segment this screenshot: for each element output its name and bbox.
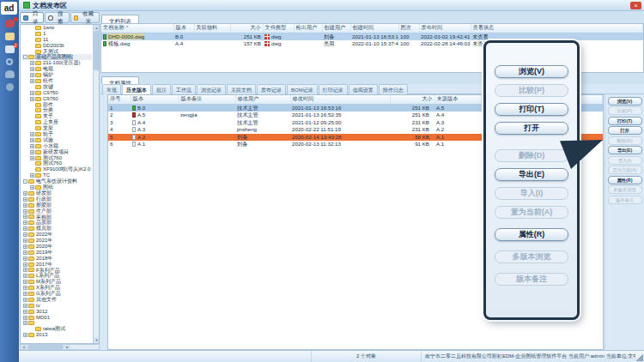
version-action-button[interactable]: 属性(R) bbox=[608, 176, 642, 184]
doc-column-header[interactable]: 版本 bbox=[173, 24, 194, 33]
expand-toggle-icon[interactable]: + bbox=[23, 244, 27, 249]
property-tab[interactable]: 常规 bbox=[102, 84, 121, 94]
tree-item[interactable]: + 电箱 bbox=[21, 66, 92, 72]
chart-icon[interactable]: 2 bbox=[5, 45, 15, 53]
version-action-button[interactable]: 多版本浏览 bbox=[608, 185, 642, 194]
doc-column-header[interactable]: 关联物料 bbox=[194, 24, 230, 33]
history-column-header[interactable]: 来源版本 bbox=[434, 95, 481, 104]
history-column-header[interactable]: 修改用户 bbox=[235, 95, 290, 104]
tree-item[interactable]: + X系列产品 bbox=[21, 285, 92, 291]
tree-item[interactable]: 上夹座 bbox=[21, 119, 92, 125]
action-menu-button[interactable]: 版本备注 bbox=[495, 273, 568, 286]
tree-item[interactable]: 夹子 bbox=[21, 113, 92, 119]
action-menu-button[interactable]: 置为当前(A) bbox=[495, 206, 568, 219]
expand-toggle-icon[interactable]: + bbox=[23, 214, 27, 219]
tree-item[interactable]: + 2020年 bbox=[21, 244, 92, 250]
doc-column-header[interactable]: 大小 bbox=[230, 24, 263, 33]
sidebar-tab[interactable]: 搜索 bbox=[45, 12, 69, 23]
tree-item[interactable]: + F系列产品 bbox=[21, 268, 92, 274]
doc-column-header[interactable]: 文档名称 ^ bbox=[101, 24, 173, 33]
sidebar-tab[interactable]: 收藏夹 bbox=[70, 12, 100, 23]
doc-column-header[interactable]: 发布时间 bbox=[419, 24, 471, 33]
tree-item[interactable]: + 塑胶部 bbox=[21, 202, 92, 208]
tree-item[interactable]: + 行政部 bbox=[21, 196, 92, 202]
tree-item[interactable]: + 新研发项目 bbox=[21, 149, 92, 155]
tree-item[interactable]: 分类 bbox=[21, 107, 92, 113]
tree-item[interactable]: + TC bbox=[21, 172, 92, 178]
doc-name-cell[interactable]: DHD-0000.dwg bbox=[101, 33, 173, 40]
expand-toggle-icon[interactable]: + bbox=[23, 286, 27, 290]
close-button[interactable]: × bbox=[630, 2, 641, 9]
expand-toggle-icon[interactable]: + bbox=[23, 274, 27, 278]
tree-item[interactable]: + C9750 bbox=[21, 90, 92, 96]
expand-toggle-icon[interactable]: + bbox=[23, 333, 27, 337]
tree-vertical-scrollbar[interactable]: ▲ ▼ bbox=[93, 25, 99, 343]
tree-item[interactable]: + M系列产品 bbox=[21, 279, 92, 285]
tree-item[interactable]: + 测试760 bbox=[21, 155, 92, 161]
version-action-button[interactable]: 删除(D) bbox=[608, 136, 642, 145]
tree-item[interactable]: + 其他文件 bbox=[21, 297, 92, 303]
tree-item[interactable]: + 2017年 bbox=[21, 262, 92, 268]
tree-item[interactable]: XF9100鞍(弯头)K2.0 图纸 bbox=[21, 166, 92, 172]
action-menu-button[interactable]: 导入(I) bbox=[495, 187, 568, 200]
version-action-button[interactable]: 导入(I) bbox=[608, 156, 642, 165]
tree-horizontal-scrollbar[interactable]: ◄ ► bbox=[20, 344, 100, 350]
scroll-right-icon[interactable]: ► bbox=[64, 345, 70, 349]
gear-icon[interactable] bbox=[6, 83, 14, 91]
property-tab[interactable]: 历史版本 bbox=[122, 84, 151, 94]
expand-toggle-icon[interactable]: + bbox=[30, 79, 34, 83]
message-icon[interactable] bbox=[5, 20, 15, 27]
document-row[interactable]: DHD-0000.dwg B.0 251 KB dwg 刘备 2021-01-1… bbox=[101, 33, 643, 40]
expand-toggle-icon[interactable]: + bbox=[30, 144, 34, 148]
expand-toggle-icon[interactable]: + bbox=[23, 280, 27, 284]
action-menu-button[interactable]: 属性(R) bbox=[495, 228, 568, 241]
tree-item[interactable]: + 2018年 bbox=[21, 256, 92, 262]
user-icon[interactable] bbox=[5, 70, 15, 78]
tree-item[interactable]: + 试验 bbox=[21, 137, 92, 143]
tree-item[interactable]: + tv bbox=[21, 303, 92, 309]
tree-item[interactable]: + 2013 bbox=[21, 332, 92, 338]
history-column-header[interactable]: 大小 bbox=[390, 95, 434, 104]
tree-item[interactable]: + 生产部 bbox=[21, 208, 92, 214]
tree-item[interactable]: + MD01 bbox=[21, 315, 92, 321]
expand-toggle-icon[interactable]: + bbox=[30, 138, 34, 142]
tree-item[interactable]: 支架 bbox=[21, 125, 92, 131]
property-tab[interactable]: 关联文档 bbox=[227, 84, 256, 94]
resize-grip[interactable] bbox=[635, 353, 643, 361]
expand-toggle-icon[interactable]: + bbox=[23, 232, 27, 237]
sync-icon[interactable] bbox=[6, 58, 13, 65]
expand-toggle-icon[interactable]: + bbox=[30, 67, 34, 71]
expand-toggle-icon[interactable]: + bbox=[23, 310, 27, 314]
history-column-header[interactable]: 序号 bbox=[108, 95, 131, 104]
expand-toggle-icon[interactable]: - bbox=[23, 179, 27, 184]
doc-column-header[interactable]: 文件类型 bbox=[263, 24, 294, 33]
tree-item[interactable]: + 采购部 bbox=[21, 214, 92, 220]
scroll-left-icon[interactable]: ◄ bbox=[21, 345, 27, 349]
version-action-button[interactable]: 打开 bbox=[608, 126, 642, 135]
tree-item[interactable]: + 2022年 bbox=[21, 232, 92, 238]
tree-item[interactable]: + 2019年 bbox=[21, 250, 92, 256]
version-action-button[interactable]: 打印(T) bbox=[608, 117, 642, 125]
tree-item[interactable]: - 电气系统设计资料 bbox=[21, 178, 92, 184]
tree-item[interactable]: 11 bbox=[21, 37, 92, 43]
history-column-header[interactable]: 版本 bbox=[131, 95, 179, 104]
expand-toggle-icon[interactable]: + bbox=[23, 203, 27, 208]
expand-toggle-icon[interactable]: + bbox=[30, 73, 34, 77]
tree-item[interactable]: + 小水箱 bbox=[21, 143, 92, 149]
doc-name-cell[interactable]: 模板.dwg bbox=[101, 40, 173, 47]
scroll-thumb[interactable] bbox=[94, 31, 100, 70]
expand-toggle-icon[interactable]: + bbox=[23, 256, 27, 261]
doc-column-header[interactable]: 检出用户 bbox=[294, 24, 322, 33]
tree-item[interactable]: 按键 bbox=[21, 84, 92, 90]
folder-icon[interactable] bbox=[5, 33, 15, 40]
property-tab[interactable]: BOM记录 bbox=[287, 84, 318, 94]
tree-item[interactable]: taiwa测试 bbox=[21, 326, 92, 332]
action-menu-button[interactable]: 比较(P) bbox=[495, 84, 568, 97]
expand-toggle-icon[interactable]: + bbox=[23, 197, 27, 202]
version-action-button[interactable]: 导出(E) bbox=[608, 146, 642, 154]
tree-item[interactable]: + 研发部 bbox=[21, 190, 92, 196]
doc-column-header[interactable]: 图次 bbox=[398, 24, 419, 33]
expand-toggle-icon[interactable]: + bbox=[23, 321, 27, 325]
tree-item[interactable]: 天测试 bbox=[21, 49, 92, 55]
version-action-button[interactable]: 版本备注 bbox=[608, 196, 642, 204]
